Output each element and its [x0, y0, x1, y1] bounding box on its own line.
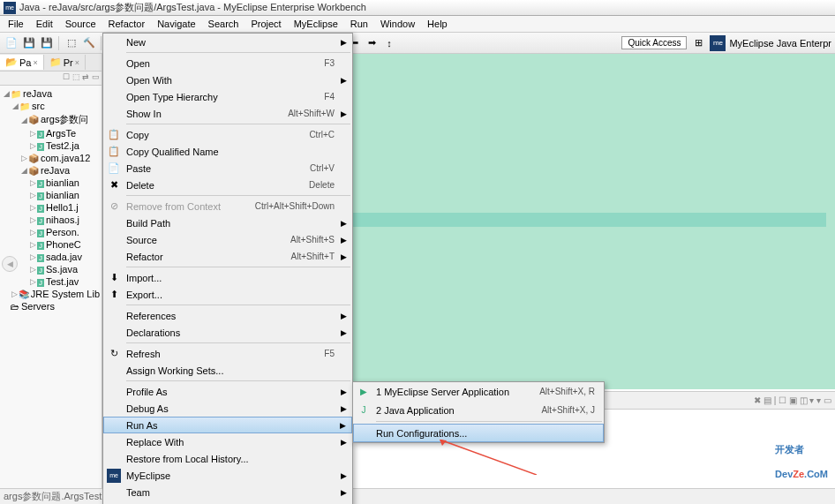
menu-navigate[interactable]: Navigate [151, 17, 201, 31]
menu-window[interactable]: Window [374, 17, 421, 31]
view-toolbar[interactable]: ☐ ⬚ ⇄ ▭ [0, 71, 102, 86]
tree-item[interactable]: ▷JHello1.j [0, 201, 102, 214]
app-icon: me [4, 2, 16, 14]
menu-item-source[interactable]: SourceAlt+Shift+S▶ [103, 231, 352, 248]
menu-item-paste[interactable]: 📄PasteCtrl+V [103, 160, 352, 177]
perspective-label[interactable]: MyEclipse Java Enterpr [729, 38, 831, 49]
last-icon[interactable]: ↕ [381, 35, 397, 51]
menu-item-run-as[interactable]: Run As▶ [103, 417, 352, 433]
menu-project[interactable]: Project [244, 17, 287, 31]
build-icon[interactable]: 🔨 [81, 35, 97, 51]
tree-item[interactable]: ▷Jbianlian [0, 189, 102, 201]
sidebar: 📂Pa×📁Pr× ☐ ⬚ ⇄ ▭ ◢📁reJava◢📁src◢📦args参数问▷… [0, 54, 102, 488]
menu-item-replace-with[interactable]: Replace With▶ [103, 433, 352, 450]
menu-item-references[interactable]: References▶ [103, 307, 352, 324]
perspective-icon[interactable]: me [710, 35, 726, 51]
tree-item[interactable]: 🗁Servers [0, 300, 102, 312]
menu-run[interactable]: Run [344, 17, 374, 31]
save-all-icon[interactable]: 💾 [39, 35, 55, 51]
tree-item[interactable]: ▷JPhoneC [0, 238, 102, 251]
tree-item[interactable]: ▷JTest.jav [0, 275, 102, 288]
menu-item-declarations[interactable]: Declarations▶ [103, 324, 352, 341]
menu-item-remove-from-context: ⊘Remove from ContextCtrl+Alt+Shift+Down [103, 198, 352, 214]
menu-item-show-in[interactable]: Show InAlt+Shift+W▶ [103, 105, 352, 122]
tree-item[interactable]: ▷JPerson. [0, 226, 102, 238]
menu-refactor[interactable]: Refactor [102, 17, 152, 31]
menu-item-delete[interactable]: ✖DeleteDelete [103, 177, 352, 193]
menu-item-open[interactable]: OpenF3 [103, 55, 352, 71]
window-title: Java - reJava/src/args参数问题/ArgsTest.java… [19, 1, 366, 14]
titlebar: me Java - reJava/src/args参数问题/ArgsTest.j… [0, 0, 835, 16]
status-path: args参数问题.ArgsTest.jav [4, 491, 117, 501]
menu-item-compare-with[interactable]: Compare With▶ [103, 500, 352, 504]
project-tree: ◢📁reJava◢📁src◢📦args参数问▷JArgsTe▷JTest2.ja… [0, 86, 102, 488]
submenu-item-java-application[interactable]: J2 Java ApplicationAlt+Shift+X, J [353, 401, 604, 419]
menu-myeclipse[interactable]: MyEclipse [288, 17, 344, 31]
context-menu: New▶OpenF3Open With▶Open Type HierarchyF… [102, 33, 353, 504]
menu-item-refresh[interactable]: ↻RefreshF5 [103, 345, 352, 362]
menu-search[interactable]: Search [202, 17, 245, 31]
submenu-item-run-configurations-[interactable]: Run Configurations... [353, 424, 604, 442]
tree-item[interactable]: ▷📦com.java12 [0, 152, 102, 164]
open-perspective-icon[interactable]: ⊞ [690, 35, 706, 51]
tree-item[interactable]: ▷📚JRE System Lib [0, 288, 102, 300]
sidebar-tabs: 📂Pa×📁Pr× [0, 54, 102, 71]
run-as-submenu: ▶1 MyEclipse Server ApplicationAlt+Shift… [352, 381, 605, 443]
menu-help[interactable]: Help [421, 17, 454, 31]
menu-item-team[interactable]: Team▶ [103, 484, 352, 500]
tree-item[interactable]: ▷JTest2.ja [0, 139, 102, 152]
menu-item-export-[interactable]: ⬆Export... [103, 286, 352, 303]
save-icon[interactable]: 💾 [21, 35, 37, 51]
forward-icon[interactable]: ➡ [364, 35, 380, 51]
sidebar-tab-pa[interactable]: 📂Pa× [0, 55, 44, 70]
sidebar-tab-pr[interactable]: 📁Pr× [44, 55, 86, 70]
menubar: FileEditSourceRefactorNavigateSearchProj… [0, 16, 835, 33]
menu-item-debug-as[interactable]: Debug As▶ [103, 400, 352, 417]
menu-item-import-[interactable]: ⬇Import... [103, 269, 352, 286]
menu-item-copy-qualified-name[interactable]: 📋Copy Qualified Name [103, 143, 352, 160]
menu-item-new[interactable]: New▶ [103, 34, 352, 50]
tree-item[interactable]: ▷JArgsTe [0, 127, 102, 139]
tree-item[interactable]: ▷Jbianlian [0, 177, 102, 189]
menu-item-build-path[interactable]: Build Path▶ [103, 214, 352, 231]
quick-access[interactable]: Quick Access [621, 36, 687, 49]
menu-item-copy[interactable]: 📋CopyCtrl+C [103, 126, 352, 143]
menu-source[interactable]: Source [59, 17, 102, 31]
menu-item-profile-as[interactable]: Profile As▶ [103, 383, 352, 400]
tree-item[interactable]: ◢📁src [0, 100, 102, 112]
submenu-item-myeclipse-server-application[interactable]: ▶1 MyEclipse Server ApplicationAlt+Shift… [353, 382, 604, 401]
menu-item-open-type-hierarchy[interactable]: Open Type HierarchyF4 [103, 88, 352, 105]
toggle-icon[interactable]: ⬚ [64, 35, 79, 51]
tree-item[interactable]: ◢📁reJava [0, 87, 102, 100]
menu-item-open-with[interactable]: Open With▶ [103, 71, 352, 88]
menu-item-assign-working-sets-[interactable]: Assign Working Sets... [103, 362, 352, 379]
menu-item-myeclipse[interactable]: meMyEclipse▶ [103, 467, 352, 484]
new-icon[interactable]: 📄 [4, 35, 19, 51]
menu-edit[interactable]: Edit [30, 17, 59, 31]
menu-item-restore-from-local-history-[interactable]: Restore from Local History... [103, 450, 352, 467]
tree-item[interactable]: ◢📦reJava [0, 164, 102, 177]
tree-item[interactable]: ◢📦args参数问 [0, 112, 102, 127]
collapse-nav-icon[interactable]: ◀ [2, 256, 18, 272]
panel-tools[interactable]: ✖ ▤ | ☐ ▣ ◫ ▾ ▾ ▭ [750, 395, 835, 405]
menu-item-refactor[interactable]: RefactorAlt+Shift+T▶ [103, 248, 352, 265]
menu-file[interactable]: File [2, 17, 30, 31]
tree-item[interactable]: ▷Jnihaos.j [0, 214, 102, 226]
